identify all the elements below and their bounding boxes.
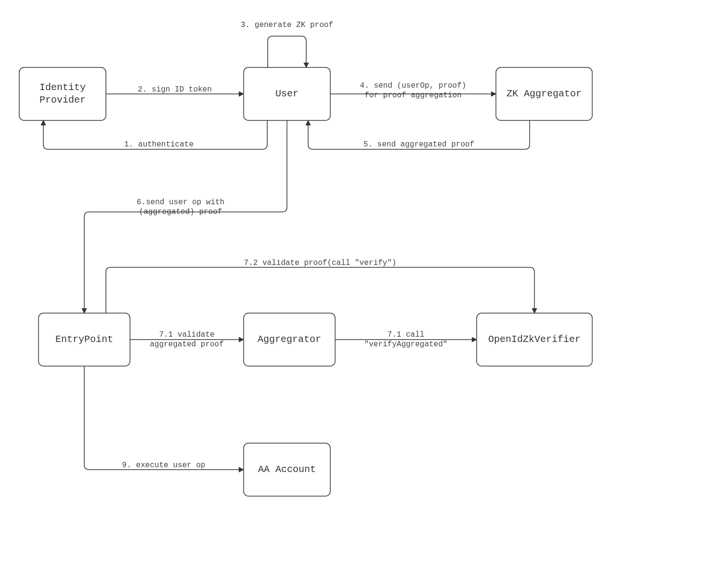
svg-text:6.send user op with: 6.send user op with: [137, 198, 224, 207]
node-aggregator: Aggregrator: [244, 313, 335, 366]
edge-generate-zk-proof: 3. generate ZK proof: [241, 21, 333, 67]
edge-execute-user-op: 9. execute user op: [84, 366, 244, 470]
svg-text:7.2 validate proof(call "verif: 7.2 validate proof(call "verify"): [244, 259, 397, 267]
label-identity-provider-line2: Provider: [39, 94, 86, 105]
svg-text:9. execute user op: 9. execute user op: [122, 461, 206, 470]
edge-authenticate: 1. authenticate: [43, 120, 267, 149]
edge-send-userop-proof: 4. send (userOp, proof) for proof aggreg…: [330, 81, 496, 100]
svg-text:1. authenticate: 1. authenticate: [124, 140, 194, 149]
label-zk-aggregator: ZK Aggregator: [507, 88, 582, 99]
label-user: User: [275, 88, 299, 99]
svg-text:for proof aggregation: for proof aggregation: [364, 91, 462, 100]
edge-send-aggregated-proof: 5. send aggregated proof: [308, 120, 530, 149]
edge-call-verify-aggregated: 7.1 call "verifyAggregated": [335, 330, 477, 349]
label-identity-provider-line1: Identity: [39, 82, 86, 93]
label-aa-account: AA Account: [258, 464, 316, 475]
label-verifier: OpenIdZkVerifier: [488, 334, 581, 345]
node-identity-provider: Identity Provider: [19, 67, 106, 120]
svg-text:7.1 validate: 7.1 validate: [159, 330, 214, 339]
edge-sign-id-token: 2. sign ID token: [106, 85, 244, 94]
svg-text:"verifyAggregated": "verifyAggregated": [364, 340, 448, 349]
svg-text:4. send (userOp, proof): 4. send (userOp, proof): [360, 81, 467, 90]
label-entrypoint: EntryPoint: [55, 334, 113, 345]
edge-validate-aggregated-proof: 7.1 validate aggregated proof: [130, 330, 244, 349]
svg-text:2. sign ID token: 2. sign ID token: [138, 85, 212, 94]
node-user: User: [244, 67, 330, 120]
node-zk-aggregator: ZK Aggregator: [496, 67, 592, 120]
svg-rect-0: [19, 67, 106, 120]
svg-text:aggregated proof: aggregated proof: [150, 340, 224, 349]
node-verifier: OpenIdZkVerifier: [477, 313, 592, 366]
node-entrypoint: EntryPoint: [39, 313, 130, 366]
svg-text:7.1 call: 7.1 call: [388, 330, 425, 339]
node-aa-account: AA Account: [244, 443, 330, 496]
label-aggregator: Aggregrator: [258, 334, 321, 345]
edge-validate-proof: 7.2 validate proof(call "verify"): [106, 259, 534, 313]
svg-text:5. send aggregated proof: 5. send aggregated proof: [364, 140, 474, 149]
diagram-canvas: Identity Provider User ZK Aggregator Ent…: [0, 0, 728, 578]
svg-text:3. generate ZK proof: 3. generate ZK proof: [241, 21, 333, 29]
svg-text:(aggregated) proof: (aggregated) proof: [139, 208, 222, 216]
